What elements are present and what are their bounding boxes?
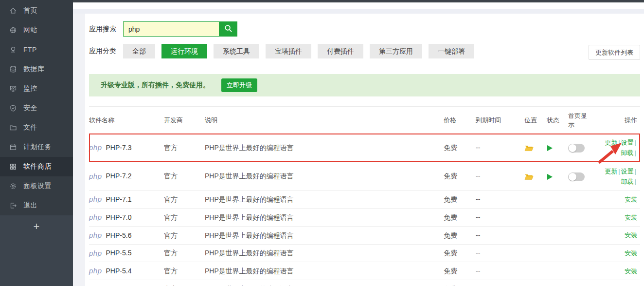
sidebar-item-calendar[interactable]: 计划任务 bbox=[0, 137, 73, 157]
action-link-1[interactable]: 安装 bbox=[625, 214, 637, 221]
category-tab[interactable]: 宝塔插件 bbox=[266, 44, 311, 58]
sidebar-item-globe[interactable]: 网站 bbox=[0, 20, 73, 40]
expire-cell: -- bbox=[476, 209, 524, 227]
search-button[interactable] bbox=[219, 21, 237, 37]
location-cell bbox=[524, 244, 547, 262]
column-header: 首页显示 bbox=[568, 107, 593, 134]
sidebar-item-label: 网站 bbox=[23, 26, 37, 35]
search-row: 应用搜索 bbox=[89, 21, 640, 37]
open-folder-icon[interactable] bbox=[524, 172, 534, 180]
status-cell bbox=[547, 262, 568, 280]
category-tab[interactable]: 运行环境 bbox=[161, 44, 207, 58]
software-name-cell: phpPHP-7.3 bbox=[89, 133, 164, 162]
action-link-1[interactable]: 安装 bbox=[625, 249, 637, 257]
sidebar-item-gear[interactable]: 面板设置 bbox=[0, 176, 73, 196]
sidebar-item-ftp[interactable]: FTP bbox=[0, 40, 73, 59]
sidebar-item-database[interactable]: 数据库 bbox=[0, 59, 73, 79]
calendar-icon bbox=[9, 143, 17, 151]
vendor-cell: 官方 bbox=[164, 162, 205, 191]
description-cell: PHP是世界上最好的编程语言 bbox=[205, 133, 444, 162]
sidebar: 首页网站FTP数据库监控安全文件计划任务软件商店面板设置退出 + bbox=[0, 0, 73, 286]
action-link-1[interactable]: 安装 bbox=[625, 231, 637, 239]
table-row: phpPHP-5.5官方PHP是世界上最好的编程语言免费--安装 bbox=[89, 244, 640, 262]
actions-cell: 安装 bbox=[593, 280, 640, 286]
vendor-cell: 官方 bbox=[164, 209, 205, 227]
price-cell: 免费 bbox=[444, 280, 476, 286]
software-name: PHP-7.3 bbox=[106, 143, 132, 153]
price-cell: 免费 bbox=[444, 162, 476, 191]
sidebar-item-monitor[interactable]: 监控 bbox=[0, 79, 73, 98]
action-link-1[interactable]: 安装 bbox=[625, 267, 637, 275]
software-name-cell: phpPHP-5.3 bbox=[89, 280, 164, 286]
action-link-3[interactable]: 卸载 bbox=[621, 178, 634, 185]
home-icon bbox=[9, 7, 17, 15]
sidebar-item-label: 安全 bbox=[23, 104, 37, 113]
column-header: 软件名称 bbox=[89, 107, 164, 134]
price-cell: 免费 bbox=[444, 209, 476, 227]
sidebar-item-label: 首页 bbox=[23, 6, 37, 15]
category-tab[interactable]: 付费插件 bbox=[318, 44, 363, 58]
status-cell bbox=[547, 191, 568, 209]
software-name: PHP-7.1 bbox=[106, 194, 132, 204]
location-cell bbox=[524, 280, 547, 286]
action-link-3[interactable]: 卸载 bbox=[621, 149, 634, 156]
sidebar-item-home[interactable]: 首页 bbox=[0, 1, 73, 20]
add-menu-button[interactable]: + bbox=[0, 215, 73, 238]
service-running-icon[interactable] bbox=[547, 172, 553, 180]
action-link-1[interactable]: 安装 bbox=[625, 196, 637, 203]
update-software-list-button[interactable]: 更新软件列表 bbox=[589, 45, 640, 60]
home-show-cell bbox=[568, 191, 593, 209]
search-label: 应用搜索 bbox=[89, 25, 123, 34]
status-cell bbox=[547, 162, 568, 191]
action-link-2[interactable]: 设置 bbox=[621, 139, 634, 146]
action-link-2[interactable]: 设置 bbox=[621, 168, 634, 175]
category-tab[interactable]: 一键部署 bbox=[429, 44, 474, 58]
home-show-toggle[interactable] bbox=[568, 172, 585, 181]
software-name-cell: phpPHP-5.4 bbox=[89, 262, 164, 280]
sidebar-item-label: 计划任务 bbox=[23, 143, 52, 152]
expire-cell: -- bbox=[476, 262, 524, 280]
sidebar-item-label: 软件商店 bbox=[23, 162, 52, 171]
sidebar-item-logout[interactable]: 退出 bbox=[0, 196, 73, 215]
location-cell bbox=[524, 191, 547, 209]
sidebar-item-grid[interactable]: 软件商店 bbox=[0, 157, 73, 176]
actions-cell: 安装 bbox=[593, 209, 640, 227]
software-name-cell: phpPHP-7.1 bbox=[89, 191, 164, 209]
top-spacer bbox=[73, 2, 644, 9]
table-row: phpPHP-5.3官方PHP是世界上最好的编程语言免费--安装 bbox=[89, 280, 640, 286]
home-show-toggle[interactable] bbox=[568, 144, 585, 153]
category-tab[interactable]: 第三方应用 bbox=[370, 44, 422, 58]
sidebar-item-label: 面板设置 bbox=[23, 182, 52, 191]
upgrade-now-button[interactable]: 立即升级 bbox=[221, 78, 257, 92]
home-show-cell bbox=[568, 209, 593, 227]
category-row: 应用分类 全部运行环境系统工具宝塔插件付费插件第三方应用一键部署 更新软件列表 bbox=[89, 44, 640, 58]
monitor-icon bbox=[9, 85, 17, 93]
app-search-input[interactable] bbox=[123, 21, 219, 37]
software-name: PHP-5.4 bbox=[106, 266, 132, 276]
open-folder-icon[interactable] bbox=[524, 144, 534, 152]
sidebar-item-label: 文件 bbox=[23, 123, 37, 132]
actions-cell: 安装 bbox=[593, 244, 640, 262]
php-logo: php bbox=[89, 142, 102, 153]
category-tab[interactable]: 系统工具 bbox=[214, 44, 259, 58]
action-link-1[interactable]: 更新 bbox=[605, 139, 617, 146]
php-logo: php bbox=[89, 248, 102, 259]
price-cell: 免费 bbox=[444, 226, 476, 244]
table-header-row: 软件名称开发商说明价格到期时间位置状态首页显示操作 bbox=[89, 107, 640, 134]
vendor-cell: 官方 bbox=[164, 244, 205, 262]
table-row: phpPHP-7.1官方PHP是世界上最好的编程语言免费--安装 bbox=[89, 191, 640, 209]
software-name-cell: phpPHP-5.6 bbox=[89, 226, 164, 244]
sidebar-item-folder[interactable]: 文件 bbox=[0, 118, 73, 137]
action-link-1[interactable]: 更新 bbox=[605, 168, 617, 175]
action-separator: | bbox=[617, 139, 621, 146]
actions-cell: 更新|设置|卸载| bbox=[593, 162, 640, 191]
category-tab[interactable]: 全部 bbox=[123, 44, 155, 58]
vendor-cell: 官方 bbox=[164, 262, 205, 280]
toggle-knob bbox=[569, 173, 576, 181]
action-separator: | bbox=[634, 139, 637, 146]
sidebar-item-shield[interactable]: 安全 bbox=[0, 98, 73, 118]
column-header: 开发商 bbox=[164, 107, 205, 134]
action-separator: | bbox=[634, 178, 637, 185]
service-running-icon[interactable] bbox=[547, 144, 553, 152]
vendor-cell: 官方 bbox=[164, 280, 205, 286]
